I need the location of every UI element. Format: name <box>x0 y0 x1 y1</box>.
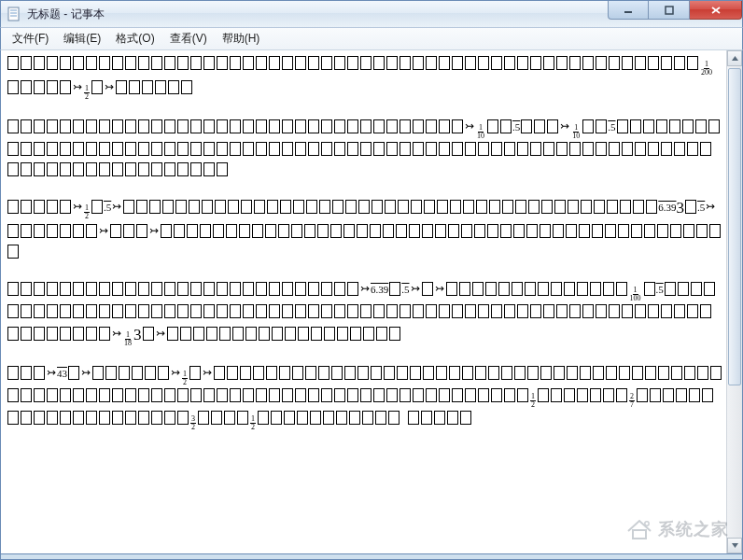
menu-format[interactable]: 格式(O) <box>108 28 161 49</box>
text-editor[interactable]: 1200↣12↣↣110.5↣110.5↣12.5↣6.393.5↣↣↣↣6.3… <box>1 50 726 553</box>
scrollbar-thumb[interactable] <box>728 68 741 385</box>
window-title: 无标题 - 记事本 <box>27 7 105 22</box>
svg-rect-4 <box>624 11 632 13</box>
close-icon <box>710 6 722 15</box>
scroll-down-button[interactable] <box>727 538 742 553</box>
svg-marker-9 <box>732 543 738 548</box>
window-titlebar: 无标题 - 记事本 <box>0 0 743 28</box>
notepad-icon <box>7 7 21 21</box>
scroll-up-button[interactable] <box>727 50 742 66</box>
minimize-button[interactable] <box>608 1 649 20</box>
chevron-down-icon <box>731 541 739 550</box>
window-controls <box>608 1 742 20</box>
svg-marker-8 <box>732 56 738 61</box>
vertical-scrollbar[interactable] <box>726 50 742 553</box>
maximize-icon <box>665 6 674 15</box>
menu-view[interactable]: 查看(V) <box>162 28 215 49</box>
menubar: 文件(F)编辑(E)格式(O)查看(V)帮助(H) <box>0 28 743 50</box>
chevron-up-icon <box>731 54 739 63</box>
text-line: ↣6.39.5↣↣1100.5↣1183↣ <box>7 278 722 347</box>
menu-edit[interactable]: 编辑(E) <box>56 28 108 49</box>
scrollbar-track[interactable] <box>727 66 742 538</box>
close-button[interactable] <box>690 1 742 20</box>
menu-help[interactable]: 帮助(H) <box>215 28 268 49</box>
text-line: ↣110.5↣110.5 <box>7 116 722 181</box>
svg-rect-0 <box>8 7 19 21</box>
text-line: ↣43↣↣12↣12273212 <box>7 362 722 431</box>
maximize-button[interactable] <box>649 1 690 20</box>
window-frame-bottom <box>0 554 743 560</box>
text-line: ↣12.5↣6.393.5↣↣↣ <box>7 196 722 263</box>
text-line: 1200↣12↣ <box>7 54 722 101</box>
minimize-icon <box>624 6 633 15</box>
svg-rect-5 <box>666 7 673 14</box>
client-area: 1200↣12↣↣110.5↣110.5↣12.5↣6.393.5↣↣↣↣6.3… <box>0 50 743 554</box>
menu-file[interactable]: 文件(F) <box>5 28 56 49</box>
